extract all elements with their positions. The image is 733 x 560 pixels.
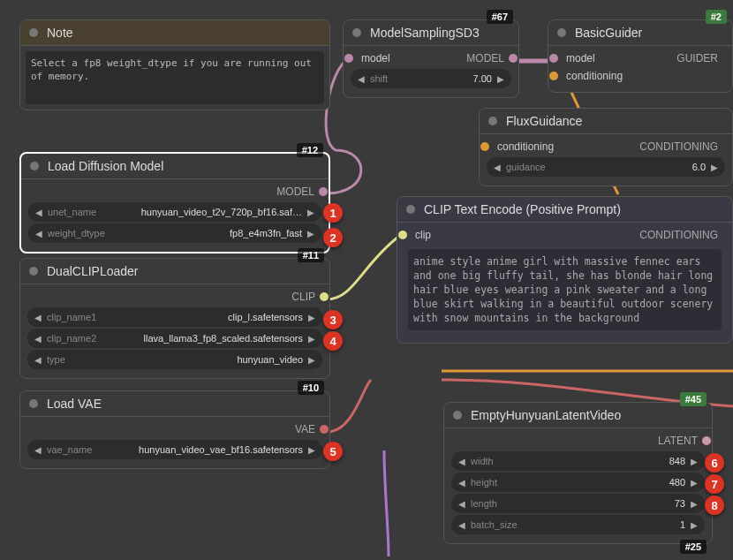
node-header[interactable]: CLIP Text Encode (Positive Prompt) [397,197,732,223]
chevron-right-icon[interactable]: ▶ [689,457,699,466]
chevron-left-icon[interactable]: ◀ [457,520,467,530]
node-header[interactable]: FluxGuidance [480,109,732,134]
prompt-text[interactable]: anime style anime girl with massive fenn… [408,249,722,330]
chevron-left-icon[interactable]: ◀ [457,457,467,466]
clip-text-encode-node[interactable]: CLIP Text Encode (Positive Prompt) clip … [397,196,733,344]
chevron-right-icon[interactable]: ▶ [495,74,506,84]
model-output-port[interactable] [509,54,518,63]
node-id-badge: #11 [298,248,324,262]
node-header[interactable]: Load VAE [20,391,329,417]
node-title: Load Diffusion Model [48,159,163,173]
chevron-left-icon[interactable]: ◀ [457,499,467,509]
load-diffusion-node[interactable]: #12 Load Diffusion Model MODEL ◀ unet_na… [19,152,330,254]
output-vae-label: VAE [295,423,315,435]
collapse-dot-icon[interactable] [30,162,39,170]
basic-guider-node[interactable]: #2 BasicGuider model GUIDER conditioning [548,19,733,93]
clip-input-port[interactable] [398,231,407,239]
node-header[interactable]: EmptyHunyuanLatentVideo [444,403,712,428]
node-id-badge: #67 [487,10,513,24]
node-id-badge-bottom: #25 [680,540,707,554]
chevron-right-icon[interactable]: ▶ [306,334,317,344]
collapse-dot-icon[interactable] [488,117,497,125]
node-id-badge: #2 [706,10,727,24]
collapse-dot-icon[interactable] [406,205,415,214]
unet-name-value: hunyuan_video_t2v_720p_bf16.saf… [100,207,302,217]
output-latent-label: LATENT [658,435,698,447]
node-id-badge: #45 [680,392,707,406]
chevron-left-icon[interactable]: ◀ [33,334,43,344]
length-widget[interactable]: ◀ length 73 ▶ [451,494,705,513]
collapse-dot-icon[interactable] [29,28,38,37]
load-vae-node[interactable]: #10 Load VAE VAE ◀ vae_name hunyuan_vide… [19,390,330,469]
node-title: CLIP Text Encode (Positive Prompt) [424,202,621,216]
note-node[interactable]: Note Select a fp8 weight_dtype if you ar… [19,19,330,110]
weight-dtype-value: fp8_e4m3fn_fast [109,228,302,238]
dualclip-node[interactable]: #11 DualCLIPLoader CLIP ◀ clip_name1 cli… [19,258,330,379]
latent-output-port[interactable] [702,436,711,445]
model-output-port[interactable] [319,187,328,196]
output-model-label: MODEL [276,185,314,198]
unet-name-widget[interactable]: ◀ unet_name hunyuan_video_t2v_720p_bf16.… [28,202,321,222]
marker-3: 3 [323,310,343,329]
chevron-right-icon[interactable]: ▶ [689,478,699,488]
shift-widget[interactable]: ◀ shift 7.00 ▶ [351,69,511,88]
weight-dtype-label: weight_dtype [48,228,105,238]
chevron-right-icon[interactable]: ▶ [306,229,316,238]
chevron-left-icon[interactable]: ◀ [33,445,43,455]
chevron-left-icon[interactable]: ◀ [33,313,43,322]
conditioning-input-port[interactable] [480,142,489,151]
node-title: EmptyHunyuanLatentVideo [471,408,621,422]
output-clip-label: CLIP [291,291,315,303]
marker-5: 5 [323,442,343,461]
marker-7: 7 [705,474,724,494]
marker-2: 2 [323,228,343,247]
chevron-right-icon[interactable]: ▶ [306,313,317,322]
node-title: DualCLIPLoader [47,264,139,278]
collapse-dot-icon[interactable] [352,28,361,37]
node-header[interactable]: Note [20,20,329,46]
model-sampling-node[interactable]: #67 ModelSamplingSD3 model MODEL ◀ shift… [343,19,519,98]
node-header[interactable]: ModelSamplingSD3 [344,20,518,46]
node-title: Note [47,26,73,40]
vae-output-port[interactable] [320,425,329,434]
weight-dtype-widget[interactable]: ◀ weight_dtype fp8_e4m3fn_fast ▶ [28,223,321,243]
node-title: Load VAE [47,397,102,411]
collapse-dot-icon[interactable] [29,399,38,408]
collapse-dot-icon[interactable] [29,267,38,276]
node-header[interactable]: Load Diffusion Model [21,154,329,179]
conditioning-input-port[interactable] [549,72,558,80]
chevron-right-icon[interactable]: ▶ [306,445,317,455]
chevron-left-icon[interactable]: ◀ [34,229,44,238]
model-input-port[interactable] [344,54,353,63]
unet-name-label: unet_name [48,207,96,217]
empty-latent-node[interactable]: #45 EmptyHunyuanLatentVideo LATENT ◀ wid… [443,402,713,544]
collapse-dot-icon[interactable] [557,28,566,37]
chevron-left-icon[interactable]: ◀ [457,478,467,488]
clip1-widget[interactable]: ◀ clip_name1 clip_l.safetensors ▶ [27,307,322,327]
type-widget[interactable]: ◀ type hunyuan_video ▶ [27,350,322,369]
chevron-right-icon[interactable]: ▶ [689,520,699,530]
chevron-right-icon[interactable]: ▶ [689,499,699,509]
clip2-widget[interactable]: ◀ clip_name2 llava_llama3_fp8_scaled.saf… [27,329,322,348]
chevron-left-icon[interactable]: ◀ [356,74,366,84]
chevron-right-icon[interactable]: ▶ [306,355,317,365]
vae-name-widget[interactable]: ◀ vae_name hunyuan_video_vae_bf16.safete… [27,440,322,459]
chevron-left-icon[interactable]: ◀ [34,208,44,217]
node-header[interactable]: BasicGuider [548,20,732,46]
height-widget[interactable]: ◀ height 480 ▶ [451,473,705,492]
batch-widget[interactable]: ◀ batch_size 1 ▶ [451,515,705,534]
model-input-port[interactable] [549,54,558,63]
guidance-widget[interactable]: ◀ guidance 6.0 ▶ [487,157,725,177]
chevron-left-icon[interactable]: ◀ [33,355,43,365]
chevron-right-icon[interactable]: ▶ [709,163,720,172]
node-header[interactable]: DualCLIPLoader [20,259,329,284]
collapse-dot-icon[interactable] [453,411,462,420]
clip-output-port[interactable] [320,292,329,301]
chevron-right-icon[interactable]: ▶ [306,208,316,217]
node-title: FluxGuidance [506,114,582,128]
chevron-left-icon[interactable]: ◀ [492,163,503,172]
flux-guidance-node[interactable]: FluxGuidance conditioning CONDITIONING ◀… [479,108,733,186]
width-widget[interactable]: ◀ width 848 ▶ [451,451,705,471]
node-title: BasicGuider [575,26,642,40]
note-text[interactable]: Select a fp8 weight_dtype if you are run… [26,51,324,104]
